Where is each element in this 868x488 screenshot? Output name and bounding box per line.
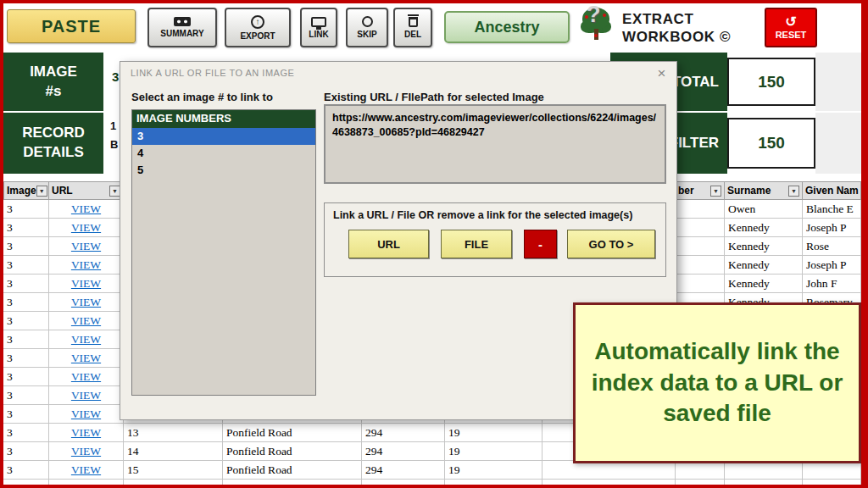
view-link[interactable]: VIEW: [49, 256, 124, 274]
number-cell: [676, 237, 725, 256]
goto-button[interactable]: GO TO >: [567, 230, 655, 258]
street-cell: Ponfield Road: [223, 424, 362, 442]
app-window: PASTE SUMMARY ↑ EXPORT LINK SKIP DEL A: [0, 0, 868, 488]
view-link[interactable]: VIEW: [49, 480, 124, 485]
view-link[interactable]: VIEW: [49, 405, 124, 424]
image-cell: 3: [3, 312, 49, 330]
file-button[interactable]: FILE: [441, 230, 512, 258]
given-name-cell: Joseph P: [803, 256, 861, 274]
annotation-callout: Automatically link the index data to a U…: [573, 302, 861, 463]
delete-button[interactable]: DEL: [393, 8, 432, 47]
image-cell: 3: [3, 442, 49, 461]
view-link[interactable]: VIEW: [49, 461, 124, 480]
given-name-cell: Rose: [803, 237, 861, 256]
listbox-items: 3 4 5: [132, 128, 315, 179]
data-cell: 19: [445, 424, 542, 442]
view-link[interactable]: VIEW: [49, 424, 124, 442]
dialog-title: LINK A URL OR FILE TO AN IMAGE: [131, 68, 294, 78]
data-cell: [542, 461, 676, 480]
view-link[interactable]: VIEW: [49, 274, 124, 293]
close-icon[interactable]: ×: [658, 66, 666, 80]
image-cell: 3: [3, 480, 49, 485]
summary-button[interactable]: SUMMARY: [147, 8, 217, 47]
house-number-cell: 15: [124, 461, 223, 480]
house-number-cell: 13: [124, 424, 223, 442]
view-link[interactable]: VIEW: [49, 293, 124, 312]
surname-cell: Kennedy: [725, 237, 803, 256]
view-link[interactable]: VIEW: [49, 349, 124, 368]
given-name-cell: [803, 461, 861, 480]
export-icon: ↑: [251, 15, 264, 29]
help-tree-logo[interactable]: ?: [576, 5, 615, 49]
street-cell: Ponfield Road: [223, 480, 362, 485]
number-cell: [676, 256, 725, 274]
view-link[interactable]: VIEW: [49, 368, 124, 386]
link-button[interactable]: LINK: [300, 8, 337, 47]
number-cell: [676, 274, 725, 293]
trash-icon: [409, 17, 418, 27]
view-link[interactable]: VIEW: [49, 330, 124, 349]
image-number-list-item[interactable]: 5: [132, 162, 315, 179]
listbox-header: IMAGE NUMBERS: [132, 110, 315, 128]
existing-url-label: Existing URL / FIlePath for selected Ima…: [324, 91, 544, 103]
image-cell: 3: [3, 219, 49, 237]
column-header-label: ber: [678, 185, 694, 197]
given-name-cell: Joseph P: [803, 219, 861, 237]
monitor-icon: [311, 17, 326, 27]
image-cell: 3: [3, 386, 49, 405]
summary-icon: [174, 17, 191, 26]
column-header: Given Nam: [803, 181, 861, 200]
skip-button[interactable]: SKIP: [346, 8, 388, 47]
view-link[interactable]: VIEW: [49, 237, 124, 256]
dialog-titlebar: LINK A URL OR FILE TO AN IMAGE ×: [120, 62, 676, 84]
image-cell: 3: [3, 424, 49, 442]
image-number-list-item[interactable]: 4: [132, 145, 315, 162]
table-row: 3 VIEW 15 Ponfield Road 294 19: [3, 461, 861, 480]
surname-cell: [725, 480, 803, 485]
given-name-cell: John F: [803, 274, 861, 293]
record-details-label: RECORD DETAILS: [3, 113, 103, 174]
view-link[interactable]: VIEW: [49, 386, 124, 405]
image-cell: 3: [3, 349, 49, 368]
image-cell: 3: [3, 237, 49, 256]
image-numbers-label: IMAGE #s: [3, 53, 103, 111]
data-cell: 294: [362, 424, 445, 442]
export-button[interactable]: ↑ EXPORT: [225, 8, 291, 47]
column-header-label: Surname: [727, 185, 771, 197]
image-cell: 3: [3, 274, 49, 293]
image-cell: 3: [3, 461, 49, 480]
view-link[interactable]: VIEW: [49, 312, 124, 330]
paste-button[interactable]: PASTE: [7, 9, 136, 43]
skip-label: SKIP: [357, 30, 376, 39]
given-name-cell: [803, 480, 861, 485]
filter-dropdown-icon[interactable]: ▼: [710, 186, 721, 197]
ancestry-button[interactable]: Ancestry: [444, 11, 570, 43]
street-cell: Ponfield Road: [223, 461, 362, 480]
url-button[interactable]: URL: [348, 230, 429, 258]
view-link[interactable]: VIEW: [49, 442, 124, 461]
table-row: 3 VIEW 16 Ponfield Road 294 19: [3, 480, 861, 485]
surname-cell: [725, 461, 803, 480]
image-numbers-listbox: IMAGE NUMBERS 3 4 5: [131, 109, 316, 396]
data-cell: [542, 480, 676, 485]
surname-cell: Kennedy: [725, 256, 803, 274]
remove-link-button[interactable]: -: [524, 230, 557, 258]
image-number-list-item[interactable]: 3: [132, 128, 315, 145]
surname-cell: Kennedy: [725, 219, 803, 237]
image-cell: 3: [3, 405, 49, 424]
number-cell: [676, 219, 725, 237]
surname-cell: Kennedy: [725, 274, 803, 293]
reset-button[interactable]: ↺ RESET: [765, 8, 817, 47]
question-mark-icon: ?: [587, 3, 601, 28]
reset-icon: ↺: [785, 15, 796, 29]
image-cell: 3: [3, 293, 49, 312]
filter-dropdown-icon[interactable]: ▼: [36, 186, 47, 197]
brand-title: EXTRACT WORKBOOK ©: [622, 10, 731, 46]
export-label: EXPORT: [240, 31, 275, 41]
data-cell: 294: [362, 480, 445, 485]
filter-dropdown-icon[interactable]: ▼: [788, 186, 799, 197]
data-cell: 294: [362, 442, 445, 461]
view-link[interactable]: VIEW: [49, 200, 124, 219]
view-link[interactable]: VIEW: [49, 219, 124, 237]
given-name-cell: Blanche E: [803, 200, 861, 219]
